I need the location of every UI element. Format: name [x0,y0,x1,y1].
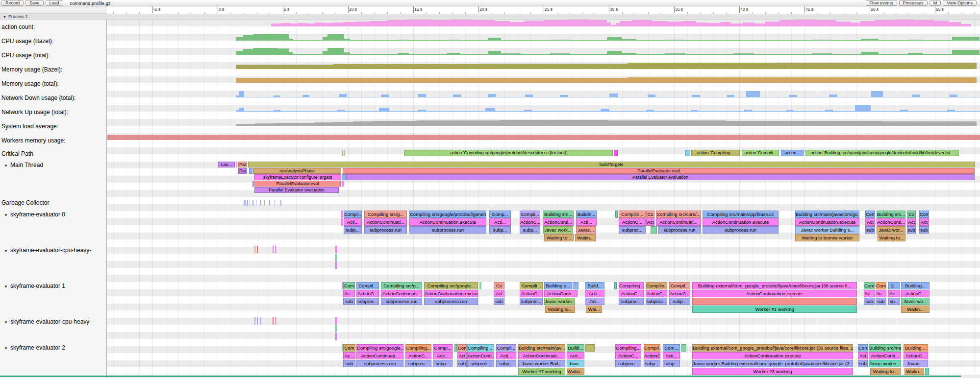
trace-slice[interactable]: subprocess.run [424,298,478,305]
counter-bar-action-count[interactable] [667,22,681,26]
trace-slice[interactable]: sub [865,226,875,234]
trace-slice[interactable]: sub [457,360,467,367]
trace-slice[interactable] [651,226,657,234]
trace-slice[interactable] [254,317,255,325]
counter-bar-action-count[interactable] [765,22,779,26]
counter-bar-memory-usage-total[interactable] [628,77,726,83]
row-label-main-thread[interactable]: ▼Main Thread [4,162,43,168]
counter-bar-action-count[interactable] [696,23,708,26]
time-ruler-scale[interactable]: -5 s0 s5 s10 s15 s20 s25 s30 s35 s40 s45… [107,6,980,14]
row-label-skyframe-evaluator-cpu-heavy-b[interactable]: ▼skyframe-evaluator-cpu-heavy- [4,318,91,325]
counter-bar-system-load-average[interactable] [500,120,529,126]
trace-slice[interactable]: ActionC... [619,290,644,297]
counter-bar-cpu-usage-total[interactable] [754,54,812,55]
trace-slice[interactable]: Buildin... [576,211,597,218]
trace-slice[interactable]: sub [343,298,355,305]
counter-bar-cpu-usage-bazel[interactable] [861,39,879,41]
trace-slice[interactable]: ActionC... [904,352,928,359]
counter-bar-action-count[interactable] [681,21,696,26]
trace-slice[interactable]: Co [646,211,654,218]
counter-bar-network-up-usage[interactable] [337,110,345,112]
trace-slice[interactable] [454,344,457,352]
counter-bar-network-up-usage[interactable] [691,110,698,112]
trace-slice[interactable]: ActionContinuation.execute [703,218,779,226]
counter-bar-cpu-usage-bazel[interactable] [293,40,323,41]
trace-slice[interactable]: Javac work... [543,226,573,234]
counter-bar-action-count[interactable] [611,25,616,27]
counter-bar-workers-memory-usage[interactable] [892,135,980,141]
counter-bar-cpu-usage-total[interactable] [923,54,952,55]
trace-slice[interactable]: subproc... [619,298,644,305]
trace-slice[interactable]: ActionContinuati... [381,290,422,297]
row-label-skyframe-evaluator-2[interactable]: ▼skyframe-evaluator 2 [4,344,65,351]
trace-slice[interactable]: Javac wor... [877,226,905,234]
counter-bar-cpu-usage-bazel[interactable] [265,34,277,41]
counter-bar-action-count[interactable] [797,20,816,26]
collapse-arrow-icon[interactable]: ▼ [4,213,8,217]
trace-slice[interactable]: subp... [496,360,516,367]
counter-bar-cpu-usage-bazel[interactable] [460,40,488,41]
counter-bar-network-up-usage[interactable] [601,109,609,112]
trace-slice[interactable] [252,200,253,206]
trace-slice[interactable]: ActionContinuation.execute [692,290,857,297]
counter-bar-cpu-usage-total[interactable] [550,53,570,55]
trace-slice[interactable]: ActionContinuati... [356,352,403,359]
counter-bar-memory-usage-bazel[interactable] [480,64,529,69]
counter-bar-memory-usage-total[interactable] [922,77,977,83]
collapse-arrow-icon[interactable]: ▼ [4,164,8,168]
trace-slice[interactable]: Waiting to... [870,368,901,375]
counter-bar-cpu-usage-total[interactable] [253,48,265,55]
counter-bar-cpu-usage-bazel[interactable] [665,40,685,41]
trace-slice[interactable] [275,246,276,253]
trace-slice[interactable]: ActionContinuati... [656,218,701,226]
counter-bar-memory-usage-bazel[interactable] [824,63,873,69]
counter-bar-memory-usage-total[interactable] [726,77,824,83]
counter-bar-action-count[interactable] [895,20,914,26]
counter-bar-cpu-usage-bazel[interactable] [754,40,812,41]
counter-bar-action-count[interactable] [632,20,652,26]
counter-bar-network-down-usage[interactable] [560,95,568,97]
trace-slice[interactable]: C... [888,282,900,289]
trace-slice[interactable]: Ac... [343,290,355,297]
counter-bar-cpu-usage-total[interactable] [952,50,980,55]
counter-bar-system-load-average[interactable] [392,121,417,126]
counter-bar-action-count[interactable] [708,23,721,26]
trace-slice[interactable]: ActionC... [520,290,543,297]
trace-slice[interactable]: ActionC... [901,290,930,297]
trace-slice[interactable] [257,246,258,253]
collapse-arrow-icon[interactable]: ▼ [4,346,8,351]
trace-slice[interactable] [585,344,595,352]
counter-bar-workers-memory-usage[interactable] [205,135,303,140]
trace-slice[interactable]: Par [238,162,247,167]
counter-bar-cpu-usage-total[interactable] [398,53,409,55]
trace-slice[interactable]: Compiling src/main/cpp/blaze.cc [703,211,779,218]
counter-bar-system-load-average[interactable] [471,120,500,126]
trace-slice[interactable]: Parallel Evaluator evaluation [254,187,339,193]
counter-bar-system-load-average[interactable] [236,124,255,126]
counter-bar-action-count[interactable] [616,23,620,26]
trace-slice[interactable]: subp... [344,226,362,234]
counter-bar-action-count[interactable] [652,21,667,26]
counter-bar-cpu-usage-total[interactable] [344,52,350,55]
counter-bar-cpu-usage-bazel[interactable] [952,37,980,41]
counter-bar-network-down-usage[interactable] [912,94,920,97]
counter-bar-system-load-average[interactable] [882,121,922,126]
trace-slice[interactable]: Building src... [877,211,905,218]
trace-slice[interactable]: Waitin... [575,234,596,241]
trace-slice[interactable]: subprocess.run [409,226,486,234]
counter-bar-action-count[interactable] [431,20,451,26]
counter-bar-action-count[interactable] [620,21,632,26]
process-header[interactable]: ▼Process 1 [0,14,980,20]
counter-bar-cpu-usage-bazel[interactable] [521,40,550,41]
trace-slice[interactable]: Parallel Evaluator evaluation [346,174,975,180]
trace-slice[interactable]: skyframeExecutor.configureTargets [254,174,341,180]
counter-bar-memory-usage-bazel[interactable] [873,63,922,69]
counter-bar-cpu-usage-total[interactable] [636,54,665,55]
counter-bar-network-up-usage[interactable] [825,110,833,112]
counter-bar-cpu-usage-total[interactable] [570,54,607,55]
trace-slice[interactable] [692,298,857,305]
trace-slice[interactable]: Compiling src/core/... [656,211,701,218]
trace-slice[interactable]: Ac... [864,290,875,297]
counter-bar-cpu-usage-total[interactable] [521,54,550,55]
counter-bar-action-count[interactable] [860,21,875,26]
